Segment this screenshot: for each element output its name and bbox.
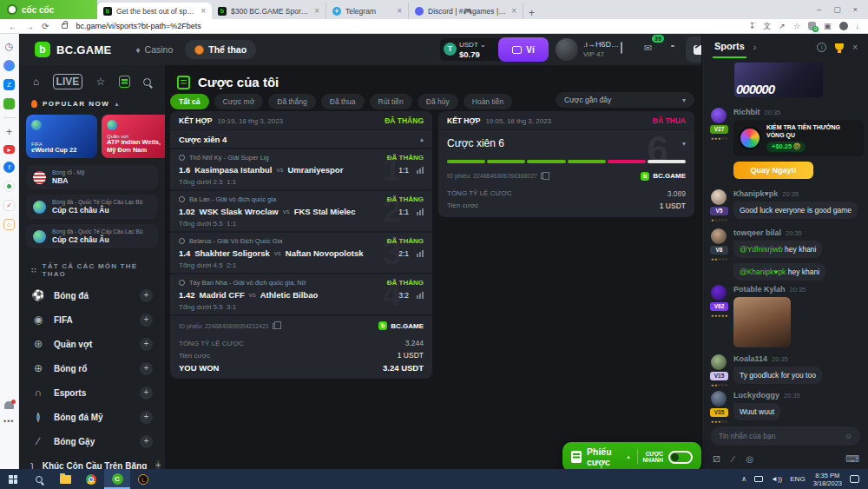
sforum-icon[interactable] bbox=[3, 181, 15, 192]
sidebar-item-tennis[interactable]: ⊛ Quần vợt + bbox=[19, 332, 165, 356]
sidebar-item-cricket[interactable]: ∕ Bóng Gậy + bbox=[19, 429, 165, 453]
extension-icon[interactable]: ▣ bbox=[824, 22, 832, 30]
quick-link-nba[interactable]: Bóng rổ - MỹNBA bbox=[26, 165, 158, 189]
network-icon[interactable] bbox=[754, 476, 763, 482]
wallet-button[interactable]: Ví bbox=[498, 37, 549, 62]
sidebar-item-soccer[interactable]: ⚽ Bóng đá + bbox=[19, 283, 165, 307]
add-shortcut-icon[interactable]: + bbox=[3, 126, 15, 137]
expand-plus-icon[interactable]: + bbox=[140, 314, 153, 327]
nav-casino[interactable]: ♦ Casino bbox=[136, 44, 174, 55]
sidebar-item-american-football[interactable]: ≬ Bóng đá Mỹ + bbox=[19, 405, 165, 429]
chat-username[interactable]: Koala114 bbox=[733, 354, 767, 363]
avatar[interactable] bbox=[711, 108, 727, 123]
avatar[interactable] bbox=[711, 228, 727, 244]
bcgame-logo-text[interactable]: BC.GAME bbox=[56, 43, 112, 56]
facebook-icon[interactable]: f bbox=[3, 162, 15, 173]
filter-all[interactable]: Tất cả bbox=[170, 94, 209, 109]
bcgame-logo-icon[interactable]: b bbox=[35, 42, 50, 57]
expand-plus-icon[interactable]: + bbox=[140, 289, 153, 302]
mail-icon[interactable]: ✉ bbox=[644, 43, 652, 54]
betslip-button[interactable]: Phiếu cược ▴ CƯỢCNHANH bbox=[562, 442, 701, 472]
collapse-caret-icon[interactable]: ▾ bbox=[682, 140, 686, 148]
bookmark-star-icon[interactable]: ☆ bbox=[793, 22, 800, 30]
close-icon[interactable]: × bbox=[852, 43, 858, 52]
chat-tab-sports[interactable]: Sports bbox=[713, 36, 746, 58]
popular-card-atp-indian-wells[interactable]: Quần vợt ATP Indian Wells, Mỹ Đơn Nam bbox=[102, 115, 165, 158]
browser-tab-2[interactable]: b $300 BC.GAME Sports Parlay × bbox=[212, 3, 326, 19]
clock[interactable]: 8:35 PM 3/18/2023 bbox=[813, 472, 842, 487]
window-close-button[interactable]: × bbox=[853, 5, 858, 14]
browser-profile-icon[interactable] bbox=[839, 22, 848, 30]
games-icon[interactable] bbox=[3, 98, 15, 109]
browser-tab-4[interactable]: Discord | #🎮games | BC G × bbox=[409, 3, 523, 19]
stats-icon[interactable] bbox=[417, 292, 424, 299]
sidebar-item-fifa[interactable]: ◉ FIFA + bbox=[19, 307, 165, 332]
live-icon[interactable]: LIVE bbox=[53, 74, 83, 89]
filter-cashout[interactable]: Rút tiền bbox=[370, 94, 412, 109]
coccoc-app-icon[interactable]: C bbox=[104, 469, 130, 489]
chat-username[interactable]: towqeer bilal bbox=[733, 228, 781, 237]
search-icon[interactable] bbox=[143, 78, 151, 86]
dice-icon[interactable]: ⚂ bbox=[713, 454, 720, 464]
reload-icon[interactable]: ⟳ bbox=[42, 22, 49, 31]
filter-refund[interactable]: Hoàn tiền bbox=[464, 94, 512, 109]
language-indicator[interactable]: ENG bbox=[790, 475, 805, 483]
expand-plus-icon[interactable]: + bbox=[155, 459, 161, 470]
expand-plus-icon[interactable]: + bbox=[140, 387, 153, 400]
tray-chevron-icon[interactable]: ∧ bbox=[741, 475, 746, 483]
quick-link-cup-c2[interactable]: Bóng đá - Quốc Tế Cấp Câu Lạc BộCúp C2 c… bbox=[26, 224, 158, 248]
notifications-bell-icon[interactable] bbox=[4, 401, 14, 409]
chat-image-message[interactable]: 000000 bbox=[734, 63, 823, 97]
mention[interactable]: @Ydfnisrjiwb bbox=[740, 245, 783, 254]
bet-card-won[interactable]: KẾT HỢP 19:19, 18 thg 3, 2023 ĐÃ THẮNG C… bbox=[170, 111, 432, 379]
sidebar-item-esports[interactable]: ∩ Esports + bbox=[19, 380, 165, 405]
filter-open[interactable]: Cược mở bbox=[214, 94, 264, 109]
volume-icon[interactable]: ◄)) bbox=[771, 475, 782, 483]
chat-username[interactable]: Richbit bbox=[733, 108, 760, 116]
youtube-icon[interactable]: ▸ bbox=[3, 145, 15, 154]
spin-bonus-banner[interactable]: KIỂM TRA TIỀN THƯỞNG VÒNG QU +$0.25 ⓒ bbox=[733, 120, 864, 156]
taskbar-search-icon[interactable] bbox=[26, 469, 52, 489]
chat-username[interactable]: Potable Kylah bbox=[733, 285, 786, 294]
downloads-icon[interactable]: ↓ bbox=[856, 22, 860, 30]
quick-bet-toggle[interactable] bbox=[668, 451, 693, 464]
quick-link-cup-c1[interactable]: Bóng đá - Quốc Tế Cấp Câu Lạc BộCúp C1 c… bbox=[26, 195, 158, 219]
stats-icon[interactable] bbox=[417, 250, 424, 257]
chat-username[interactable]: Luckydoggy bbox=[733, 391, 779, 400]
history-icon[interactable]: ◷ bbox=[3, 41, 15, 52]
sidebar-item-basketball[interactable]: ⊕ Bóng rổ + bbox=[19, 356, 165, 380]
avatar[interactable] bbox=[711, 391, 727, 406]
emoji-icon[interactable]: ☺ bbox=[845, 432, 852, 440]
expand-plus-icon[interactable]: + bbox=[140, 435, 153, 448]
bet-card-lost[interactable]: KẾT HỢP 19:05, 18 thg 3, 2023 ĐÃ THUA Cư… bbox=[438, 111, 694, 217]
tab-close-icon[interactable]: × bbox=[314, 6, 319, 16]
stats-icon[interactable] bbox=[417, 167, 424, 174]
collapse-caret-icon[interactable]: ▴ bbox=[115, 100, 120, 108]
bets-receipt-icon[interactable] bbox=[621, 43, 622, 53]
my-bets-icon[interactable] bbox=[119, 76, 130, 88]
adblock-shield-icon[interactable]: 0 bbox=[808, 22, 816, 30]
browser-tab-1[interactable]: b Get the best out of sports b × bbox=[97, 3, 212, 19]
tab-close-icon[interactable]: × bbox=[397, 6, 402, 16]
filter-cancelled[interactable]: Đã hủy bbox=[418, 94, 458, 109]
filter-lost[interactable]: Đã thua bbox=[321, 94, 365, 109]
home-icon[interactable]: ⌂ bbox=[33, 76, 39, 88]
share-icon[interactable]: ↗ bbox=[779, 22, 786, 30]
avatar[interactable] bbox=[711, 354, 727, 370]
gif-icon[interactable]: ◎ bbox=[746, 454, 753, 464]
favorites-star-icon[interactable]: ☆ bbox=[96, 76, 106, 88]
filter-won[interactable]: Đã thắng bbox=[268, 94, 316, 109]
coccoc-brand[interactable]: cốc cốc bbox=[0, 0, 97, 19]
chat-username[interactable]: Khanipk♥pk bbox=[733, 189, 778, 198]
back-icon[interactable]: ← bbox=[9, 22, 17, 31]
tab-close-icon[interactable]: × bbox=[201, 6, 206, 16]
chevron-right-icon[interactable]: › bbox=[753, 42, 757, 52]
nav-sports[interactable]: Thể thao bbox=[185, 40, 256, 59]
tab-close-icon[interactable]: × bbox=[511, 6, 516, 16]
avatar[interactable] bbox=[711, 189, 727, 205]
chrome-icon[interactable] bbox=[78, 469, 104, 489]
start-button[interactable] bbox=[0, 469, 26, 489]
info-icon[interactable]: i bbox=[817, 43, 826, 52]
translate-icon[interactable]: 文 bbox=[763, 21, 771, 32]
trophy-icon[interactable] bbox=[835, 43, 844, 50]
